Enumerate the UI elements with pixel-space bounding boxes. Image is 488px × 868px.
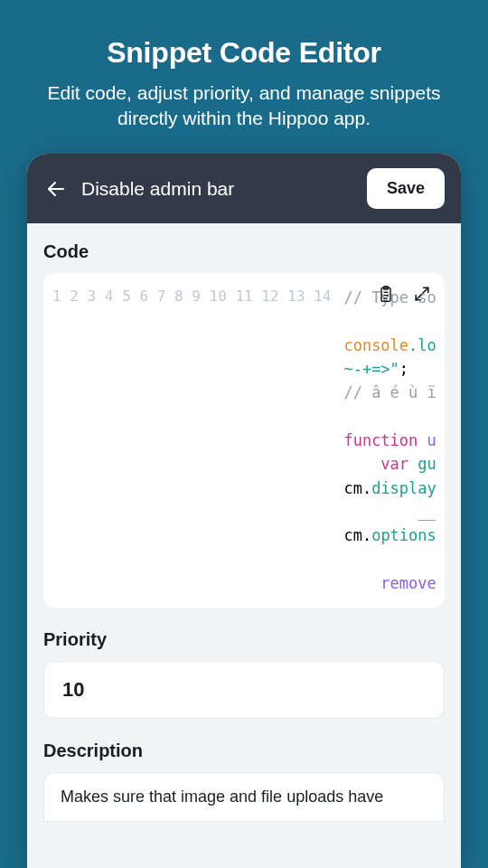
back-button[interactable] — [43, 176, 69, 202]
priority-value: 10 — [62, 678, 426, 702]
description-field[interactable]: Makes sure that image and file uploads h… — [43, 772, 445, 822]
svg-line-7 — [416, 295, 421, 300]
description-value: Makes sure that image and file uploads h… — [61, 788, 383, 806]
priority-section-label: Priority — [43, 629, 445, 650]
description-section-label: Description — [43, 741, 445, 761]
code-section-label: Code — [43, 241, 445, 262]
hero: Snippet Code Editor Edit code, adjust pr… — [0, 0, 488, 157]
app-card: Disable admin bar Save Code 1 2 3 4 5 6 … — [27, 154, 461, 868]
line-number-gutter: 1 2 3 4 5 6 7 8 9 10 11 12 13 14 — [52, 286, 343, 595]
code-content: // Type some code -> console.log "oO08 i… — [343, 286, 436, 595]
arrow-left-icon — [45, 178, 67, 200]
priority-field[interactable]: 10 — [43, 661, 445, 719]
code-actions — [376, 284, 432, 304]
page-title: Disable admin bar — [81, 178, 354, 200]
app-bar: Disable admin bar Save — [27, 154, 461, 223]
code-editor[interactable]: 1 2 3 4 5 6 7 8 9 10 11 12 13 14 // Type… — [43, 273, 445, 608]
save-button[interactable]: Save — [367, 168, 445, 209]
expand-icon[interactable] — [412, 284, 432, 304]
svg-line-6 — [423, 288, 428, 293]
clipboard-icon[interactable] — [376, 284, 396, 304]
content: Code 1 2 3 4 5 6 7 8 9 10 11 12 13 14 //… — [27, 223, 461, 822]
hero-title: Snippet Code Editor — [27, 36, 461, 70]
hero-subtitle: Edit code, adjust priority, and manage s… — [27, 80, 461, 132]
